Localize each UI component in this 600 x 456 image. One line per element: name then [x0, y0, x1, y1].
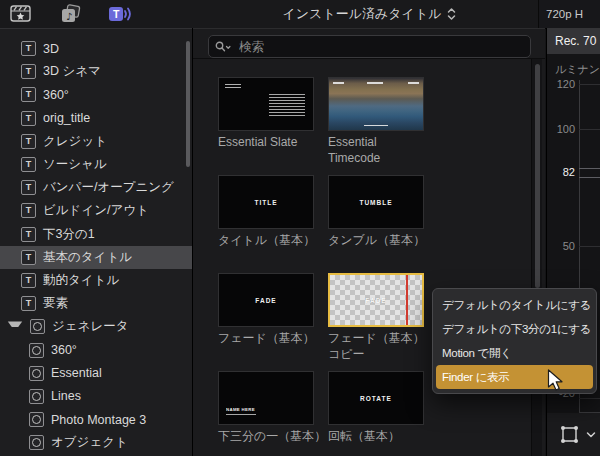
sidebar-item-gen-360[interactable]: 360° [0, 338, 192, 361]
sidebar-item-gen-lines[interactable]: Lines [0, 385, 192, 408]
title-cell-fade-basic[interactable]: FADE フェード（基本） [218, 273, 338, 347]
menu-item-make-default-lower-third[interactable]: デフォルトの下3分の1にする [433, 317, 596, 341]
sidebar-item-label: Essential [51, 366, 102, 380]
sidebar-item-label: 3D シネマ [43, 63, 101, 80]
thumbnail-fade-basic-copy[interactable]: FADE [328, 273, 424, 327]
title-icon [21, 250, 36, 265]
sidebar-item-gen-objects[interactable]: オブジェクト [0, 431, 192, 454]
sidebar-item-social[interactable]: ソーシャル [0, 153, 192, 176]
browser-toolbar: ♪ T インストール済みタイトル 720p H [0, 0, 600, 29]
thumb-word: FADE [365, 297, 386, 304]
sidebar-item-orig-title[interactable]: orig_title [0, 107, 192, 130]
title-icon [21, 203, 36, 218]
skimmer-playhead-line [406, 275, 408, 325]
menu-item-make-default-title[interactable]: デフォルトのタイトルにする [433, 293, 596, 317]
sidebar-item-label: 下3分の1 [43, 226, 95, 243]
thumbnail-lower-third-basic[interactable]: NAME HERE [218, 371, 314, 425]
title-name: フェード（基本） [218, 331, 338, 347]
sidebar-item-elements[interactable]: 要素 [0, 292, 192, 315]
scope-scale-label: 50 [547, 240, 575, 252]
menu-item-open-in-motion[interactable]: Motion で開く [433, 341, 596, 365]
installed-titles-popup-label: インストール済みタイトル [282, 5, 441, 23]
scope-current-value: 82 [547, 166, 575, 178]
sidebar-scrollbar-thumb[interactable] [186, 41, 190, 167]
slate-text-lines [225, 84, 241, 89]
thumbnail-tumble-basic[interactable]: TUMBLE [328, 175, 424, 229]
color-space-tab[interactable]: Rec. 70 [547, 28, 600, 54]
generator-icon [30, 319, 45, 334]
svg-text:♪: ♪ [66, 11, 72, 22]
thumbnail-fade-basic[interactable]: FADE [218, 273, 314, 327]
thumb-word: FADE [255, 297, 276, 304]
timecode-overlay [333, 82, 344, 84]
thumbnail-rotate-basic[interactable]: ROTATE [328, 371, 424, 425]
media-browser-icon[interactable] [8, 3, 34, 25]
title-icon [21, 41, 36, 56]
title-cell-title-basic[interactable]: TITLE タイトル（基本） [218, 175, 338, 249]
lower-third-line [226, 414, 256, 415]
sidebar-item-label: 動的タイトル [43, 272, 119, 289]
sidebar-item-dynamic-titles[interactable]: 動的タイトル [0, 269, 192, 292]
grid-scrollbar-thumb[interactable] [535, 64, 540, 288]
sidebar-item-basic-titles[interactable]: 基本のタイトル [0, 246, 192, 269]
thumb-word: TUMBLE [359, 199, 392, 206]
sidebar-item-credits[interactable]: クレジット [0, 130, 192, 153]
thumbnail-essential-slate[interactable] [218, 77, 314, 131]
thumbnail-title-basic[interactable]: TITLE [218, 175, 314, 229]
sidebar-item-label: 3D [43, 42, 59, 56]
photos-audio-icon[interactable]: ♪ [58, 3, 84, 25]
sidebar-item-360[interactable]: 360° [0, 83, 192, 106]
title-cell-lower-third-basic[interactable]: NAME HERE 下三分の一（基本） [218, 371, 338, 445]
thumb-word: ROTATE [360, 395, 392, 402]
title-cell-essential-timecode[interactable]: Essential Timecode [328, 77, 448, 166]
final-cut-titles-browser: ♪ T インストール済みタイトル 720p H 3D [0, 0, 600, 456]
titles-sidebar: 3D 3D シネマ 360° orig_title クレジット ソーシャル バン… [0, 28, 193, 456]
scope-gridline [579, 398, 600, 399]
scope-gridline [579, 168, 600, 169]
sidebar-item-3d[interactable]: 3D [0, 37, 192, 60]
title-name: タイトル（基本） [218, 233, 338, 249]
sidebar-item-lower-thirds[interactable]: 下3分の1 [0, 223, 192, 246]
sidebar-item-gen-essential[interactable]: Essential [0, 362, 192, 385]
title-icon [21, 134, 36, 149]
title-name: フェード（基本）コピー [328, 331, 432, 362]
menu-item-reveal-in-finder[interactable]: Finder に表示 [436, 365, 593, 389]
sidebar-item-gen-photo-montage[interactable]: Photo Montage 3 [0, 408, 192, 431]
scope-scale-label: 120 [547, 78, 575, 90]
timecode-overlay [408, 82, 419, 84]
sidebar-section-generators[interactable]: ジェネレータ [0, 315, 192, 338]
sidebar-item-label: orig_title [43, 111, 90, 125]
installed-titles-popup[interactable]: インストール済みタイトル [193, 0, 545, 28]
search-input[interactable] [237, 39, 524, 55]
chevron-down-icon[interactable] [586, 431, 596, 439]
title-cell-essential-slate[interactable]: Essential Slate [218, 77, 338, 151]
title-cell-fade-basic-copy-selected[interactable]: FADE フェード（基本）コピー [328, 273, 448, 362]
sidebar-item-3d-cinema[interactable]: 3D シネマ [0, 60, 192, 83]
slate-text-lines [269, 94, 305, 117]
scope-gridline [579, 129, 600, 130]
generator-icon [29, 343, 44, 358]
title-cell-rotate-basic[interactable]: ROTATE 回転（基本） [328, 371, 448, 445]
titles-generators-icon[interactable]: T [108, 3, 134, 25]
scope-gridline [579, 177, 600, 178]
generator-icon [29, 435, 44, 450]
disclosure-triangle-icon[interactable] [8, 322, 22, 334]
sidebar-item-label: バンパー/オープニング [43, 179, 174, 196]
svg-text:T: T [113, 8, 120, 20]
thumbnail-essential-timecode[interactable] [328, 77, 424, 131]
title-cell-tumble-basic[interactable]: TUMBLE タンブル（基本） [328, 175, 448, 249]
sidebar-tab-icons: ♪ T [8, 0, 134, 28]
sidebar-item-bumper-opener[interactable]: バンパー/オープニング [0, 176, 192, 199]
sidebar-item-build-in-out[interactable]: ビルドイン/アウト [0, 199, 192, 222]
title-name: Essential Slate [218, 135, 338, 151]
transform-overlay-icon[interactable] [559, 424, 580, 445]
thumb-word: NAME HERE [226, 408, 255, 412]
scope-title: ルミナン [555, 62, 600, 77]
title-icon [21, 180, 36, 195]
search-icon[interactable] [215, 41, 232, 53]
sidebar-item-label: オブジェクト [51, 434, 128, 451]
title-icon [21, 273, 36, 288]
sidebar-item-label: 要素 [43, 295, 68, 312]
search-field[interactable] [208, 35, 531, 58]
sidebar-item-label: Photo Montage 3 [51, 413, 146, 427]
